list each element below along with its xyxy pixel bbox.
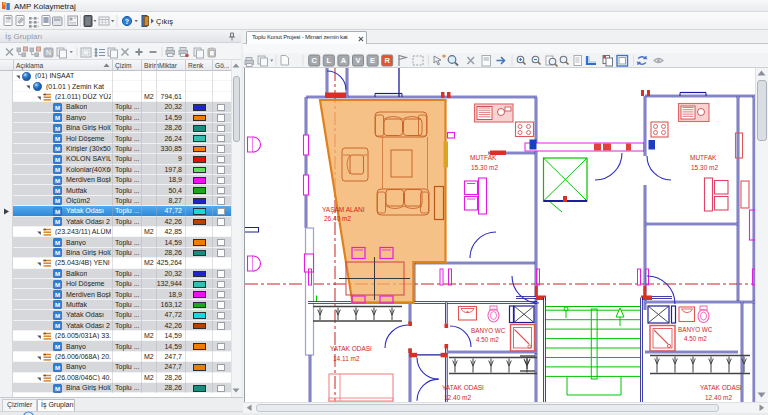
svg-text:BANYO WC: BANYO WC xyxy=(471,327,506,334)
svg-text:M: M xyxy=(55,270,60,277)
svg-text:E: E xyxy=(370,56,375,65)
svg-text:?: ? xyxy=(125,18,129,25)
svg-text:L: L xyxy=(327,56,332,65)
svg-text:M: M xyxy=(55,145,60,152)
svg-text:12.40 m2: 12.40 m2 xyxy=(444,394,471,401)
svg-text:M: M xyxy=(55,218,60,225)
svg-text:MUTFAK: MUTFAK xyxy=(690,154,717,161)
svg-text:M: M xyxy=(55,197,60,204)
svg-text:M: M xyxy=(55,280,60,287)
svg-text:YATAK ODASI: YATAK ODASI xyxy=(330,345,372,352)
svg-text:V: V xyxy=(355,56,360,65)
svg-text:BANYO WC: BANYO WC xyxy=(678,326,713,333)
svg-text:M: M xyxy=(55,114,60,121)
svg-text:M: M xyxy=(55,343,60,350)
svg-text:14.11 m2: 14.11 m2 xyxy=(333,355,360,362)
svg-text:M: M xyxy=(55,124,60,131)
svg-text:4.50 m2: 4.50 m2 xyxy=(476,336,499,343)
svg-text:M: M xyxy=(55,104,60,111)
svg-text:M: M xyxy=(55,176,60,183)
svg-text:M: M xyxy=(55,249,60,256)
svg-text:M: M xyxy=(55,187,60,194)
svg-text:12.40 m2: 12.40 m2 xyxy=(705,394,732,401)
svg-text:M: M xyxy=(55,301,60,308)
svg-text:A: A xyxy=(341,56,347,65)
svg-text:M: M xyxy=(55,364,60,371)
svg-text:15.30 m2: 15.30 m2 xyxy=(691,164,718,171)
svg-text:M: M xyxy=(55,208,60,215)
svg-text:YATAK ODASI: YATAK ODASI xyxy=(700,384,742,391)
svg-text:M: M xyxy=(55,135,60,142)
svg-text:C: C xyxy=(311,56,317,65)
svg-text:M: M xyxy=(55,291,60,298)
svg-text:MUTFAK: MUTFAK xyxy=(470,154,497,161)
svg-text:26.40 m2: 26.40 m2 xyxy=(324,215,351,222)
svg-text:N: N xyxy=(46,49,51,56)
svg-text:M: M xyxy=(55,384,60,391)
svg-text:M: M xyxy=(55,156,60,163)
svg-text:R: R xyxy=(384,56,390,65)
svg-text:M: M xyxy=(55,312,60,319)
svg-text:M: M xyxy=(55,322,60,329)
svg-text:YAŞAM ALANI: YAŞAM ALANI xyxy=(322,206,365,214)
svg-text:15.30 m2: 15.30 m2 xyxy=(471,164,498,171)
svg-text:M: M xyxy=(55,166,60,173)
svg-text:M: M xyxy=(55,239,60,246)
svg-text:4.50 m2: 4.50 m2 xyxy=(684,335,707,342)
svg-text:YATAK ODASI: YATAK ODASI xyxy=(442,384,484,391)
